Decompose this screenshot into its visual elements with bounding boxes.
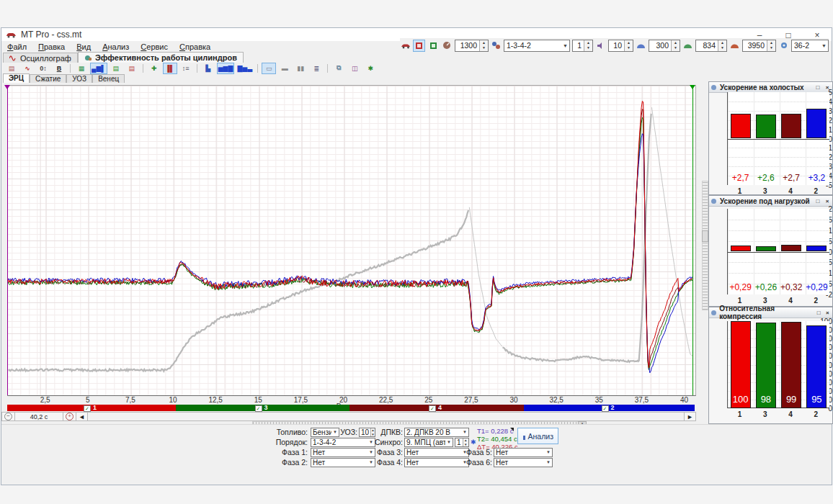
bars-left-icon[interactable]: ▙ — [201, 63, 215, 74]
panel-close-button[interactable]: × — [824, 198, 831, 204]
cylinder-band-1[interactable]: ✓1 — [7, 405, 176, 411]
bar-category: 4 — [778, 187, 803, 195]
phase-label-3: Фаза 3: — [360, 448, 403, 457]
threshold-blue-spinner[interactable]: 300▲▼ — [649, 40, 680, 52]
vertical-splitter[interactable] — [702, 181, 708, 310]
bars-sorted-icon[interactable]: ▇▅▃ — [236, 63, 254, 74]
center-cursor-icon[interactable]: ✚ — [147, 63, 161, 74]
panel-icon — [710, 84, 718, 91]
subtab-2[interactable]: Сжатие — [30, 74, 66, 83]
phase-label-2: Фаза 2: — [264, 458, 308, 467]
zoom-in-button[interactable]: + — [63, 413, 76, 420]
dpkv-combobox[interactable]: 2. ДПКВ 20 В▼ — [404, 428, 469, 437]
cursor-t2[interactable] — [692, 86, 693, 395]
markers-icon[interactable]: ▐▌ — [163, 63, 177, 74]
firing-order-icon — [491, 40, 502, 50]
firing-order-combobox[interactable]: 1-3-4-2▼ — [504, 40, 570, 52]
menu-2[interactable]: Правка — [32, 42, 71, 52]
relative-compression-panel: Относительная компрессия□×10090807060504… — [708, 307, 833, 424]
menu-4[interactable]: Анализ — [97, 42, 135, 52]
fuel-label: Топливо: — [264, 428, 308, 437]
bar-cyl-3 — [756, 114, 776, 139]
zoom-out-button[interactable]: − — [2, 413, 15, 420]
phase-combobox-6[interactable]: Нет▼ — [494, 458, 553, 467]
settings-icon[interactable]: ✱ — [363, 63, 378, 74]
bar-value: 99 — [779, 394, 804, 405]
cylinder-band-2[interactable]: ✓2 — [524, 405, 695, 411]
top-toolbar: 1300▲▼ 1-3-4-2▼ 1▲▼ 10▲▼ 300▲▼ 834▲▼ 395… — [400, 38, 829, 53]
tachometer-icon — [442, 40, 453, 50]
report-export-icon[interactable]: ▤ — [4, 63, 19, 74]
view-tabs: ЭРЦСжатиеУОЗВенец — [3, 73, 125, 83]
threshold-green-spinner[interactable]: 834▲▼ — [695, 40, 727, 52]
band-checkbox[interactable]: ✓ — [255, 405, 262, 412]
dual-view-icon[interactable]: ▮▮ — [293, 63, 308, 74]
record-red-button[interactable] — [413, 40, 425, 52]
subtab-3[interactable]: УОЗ — [66, 74, 92, 83]
subtab-4[interactable]: Венец — [92, 74, 125, 83]
threshold-blue-icon — [636, 40, 646, 50]
analyze-button[interactable]: Анализ — [517, 428, 558, 444]
band-label: 4 — [438, 405, 442, 411]
scale-range-icon[interactable]: ↕≡ — [179, 63, 193, 74]
panel-title: Ускорение на холостых — [720, 84, 804, 91]
record-green-button[interactable] — [427, 40, 440, 52]
doc-accept-icon[interactable]: ▤ — [109, 63, 123, 74]
list-scale-icon[interactable]: ≣ — [309, 63, 324, 74]
scroll-track[interactable] — [88, 413, 684, 420]
cursor-t2-handle[interactable] — [690, 85, 695, 89]
single-view-icon[interactable]: ▬ — [277, 63, 292, 74]
phase-combobox-5[interactable]: Нет▼ — [494, 448, 553, 457]
zero-offset-icon[interactable]: 0↕ — [36, 63, 50, 74]
doc-export-icon[interactable]: ▤ — [125, 63, 139, 74]
bars-view-icon[interactable]: ▅▆▇ — [217, 63, 235, 74]
band-checkbox[interactable]: ✓ — [84, 405, 91, 412]
bar-category: 3 — [752, 187, 778, 195]
bar-category: 2 — [803, 410, 829, 418]
cylinder-band-4[interactable]: ✓4 — [349, 405, 524, 411]
menu-1[interactable]: Файл — [1, 42, 32, 52]
chart-status-bar: − 40,2 с + ◄ ► — [1, 412, 696, 421]
scroll-left-button[interactable]: ◄ — [76, 413, 88, 420]
band-checkbox[interactable]: ✓ — [429, 405, 436, 412]
panel-maximize-button[interactable]: □ — [816, 310, 822, 316]
copy-frames-icon[interactable]: ⧉ — [331, 63, 346, 74]
bold-text-icon[interactable]: B — [52, 63, 66, 74]
band-checkbox[interactable]: ✓ — [602, 405, 609, 412]
menu-5[interactable]: Сервис — [135, 42, 174, 52]
menu-3[interactable]: Вид — [71, 42, 97, 52]
crank-wheel-gear-icon — [778, 40, 789, 50]
histogram-view-icon[interactable]: ▄▆▌ — [90, 63, 107, 74]
grid-signal-icon[interactable]: ▦ — [74, 63, 89, 74]
measure-window-icon[interactable]: ◫ — [347, 63, 362, 74]
cylinder-band-row: ✓1✓3✓4✓2 — [7, 405, 695, 411]
bar-cyl-1 — [731, 246, 751, 252]
waveform-icon[interactable]: ∿ — [20, 63, 35, 74]
sync-asterisk-icon: ✱ — [471, 438, 476, 446]
gear-chart-icon — [84, 55, 92, 61]
oscillogram-plot[interactable] — [7, 85, 696, 396]
crank-wheel-combobox[interactable]: 36-2▼ — [791, 40, 829, 52]
count-spinner[interactable]: 1▲▼ — [572, 40, 593, 52]
sync-label: Синхро: — [360, 438, 403, 447]
note-panel-icon[interactable]: ▭ — [262, 63, 276, 74]
sync-combobox[interactable]: 9. МПЦ (авто)▼ — [404, 438, 453, 447]
cylinder-band-3[interactable]: ✓3 — [176, 405, 349, 411]
tab-oscilloscope[interactable]: Осциллограф — [3, 53, 78, 63]
threshold-red-spinner[interactable]: 3950▲▼ — [742, 40, 776, 52]
toolbar-separator — [327, 64, 328, 73]
sync-num-spinner[interactable]: 1▲▼ — [455, 438, 469, 447]
panel-maximize-button[interactable]: □ — [814, 198, 821, 204]
tab-efficiency[interactable]: Эффективность работы цилиндров — [78, 52, 244, 63]
cursor-t1[interactable] — [7, 86, 8, 395]
rpm-spinner[interactable]: 1300▲▼ — [455, 40, 489, 52]
panel-icon — [710, 310, 717, 316]
bar-value: 98 — [753, 394, 778, 405]
volume-spinner[interactable]: 10▲▼ — [608, 40, 633, 52]
panel-close-button[interactable]: × — [824, 310, 831, 316]
cursor-t1-handle[interactable] — [4, 85, 10, 89]
subtab-1[interactable]: ЭРЦ — [3, 73, 30, 83]
scroll-right-button[interactable]: ► — [684, 413, 695, 420]
menu-6[interactable]: Справка — [174, 42, 216, 52]
bar-category: 3 — [752, 410, 778, 418]
